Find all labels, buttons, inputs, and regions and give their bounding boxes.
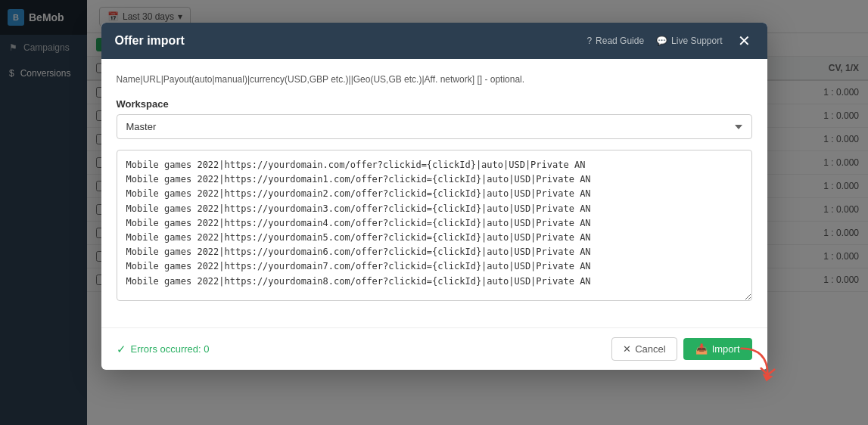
footer-buttons: ✕ Cancel 📥 Import bbox=[611, 337, 751, 361]
cancel-button[interactable]: ✕ Cancel bbox=[611, 337, 677, 361]
offer-import-modal: Offer import ? Read Guide 💬 Live Support… bbox=[101, 23, 767, 370]
cancel-icon: ✕ bbox=[623, 343, 631, 355]
format-hint: Name|URL|Payout(auto|manual)|currency(US… bbox=[117, 73, 752, 86]
modal-title: Offer import bbox=[115, 34, 185, 48]
errors-label: Errors occurred: 0 bbox=[131, 343, 210, 355]
import-textarea-group: Mobile games 2022|https://yourdomain.com… bbox=[117, 150, 752, 303]
workspace-field: Workspace Master bbox=[117, 98, 752, 139]
cancel-label: Cancel bbox=[635, 343, 665, 355]
errors-status: ✓ Errors occurred: 0 bbox=[117, 343, 210, 356]
workspace-select[interactable]: Master bbox=[117, 114, 752, 139]
check-icon: ✓ bbox=[117, 343, 126, 356]
import-textarea[interactable]: Mobile games 2022|https://yourdomain.com… bbox=[117, 150, 752, 301]
question-icon: ? bbox=[586, 36, 592, 46]
modal-body: Name|URL|Payout(auto|manual)|currency(US… bbox=[101, 59, 767, 327]
modal-close-button[interactable]: ✕ bbox=[735, 33, 754, 48]
modal-footer: ✓ Errors occurred: 0 ✕ Cancel 📥 Import bbox=[101, 327, 767, 370]
import-button[interactable]: 📥 Import bbox=[683, 338, 752, 360]
import-icon: 📥 bbox=[695, 343, 708, 355]
import-label: Import bbox=[712, 343, 740, 355]
live-support-label: Live Support bbox=[671, 36, 722, 46]
chat-icon: 💬 bbox=[656, 36, 667, 46]
modal-header-actions: ? Read Guide 💬 Live Support ✕ bbox=[586, 33, 753, 48]
live-support-link[interactable]: 💬 Live Support bbox=[656, 36, 722, 46]
read-guide-label: Read Guide bbox=[596, 36, 644, 46]
modal-overlay: Offer import ? Read Guide 💬 Live Support… bbox=[0, 0, 868, 425]
modal-header: Offer import ? Read Guide 💬 Live Support… bbox=[101, 23, 767, 59]
read-guide-link[interactable]: ? Read Guide bbox=[586, 36, 644, 46]
workspace-label: Workspace bbox=[117, 98, 752, 110]
